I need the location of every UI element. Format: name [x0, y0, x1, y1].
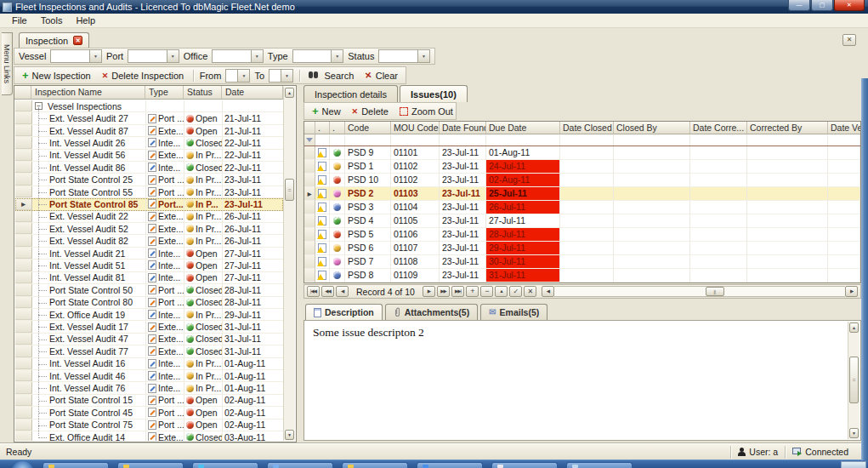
system-tray[interactable]: [841, 461, 866, 468]
tree-row[interactable]: Int. Vessel Audit 51Inte...Open27-Jul-11: [15, 260, 283, 271]
tab-strip-close-button[interactable]: ✕: [842, 34, 856, 46]
new-issue-button[interactable]: + New: [309, 106, 344, 117]
nav-cancel-button[interactable]: ✕: [524, 286, 536, 297]
row-selector[interactable]: [15, 345, 32, 357]
row-selector[interactable]: [304, 269, 315, 283]
issues-column-header[interactable]: Due Date: [486, 122, 560, 134]
tree-row[interactable]: Int. Vessel Audit 86Inte...✓Closed22-Jul…: [15, 162, 283, 174]
chevron-down-icon[interactable]: ▼: [89, 50, 101, 62]
collapse-icon[interactable]: −: [35, 102, 43, 110]
scroll-up-icon[interactable]: ▲: [849, 322, 859, 333]
panel-splitter[interactable]: [297, 85, 304, 442]
row-selector[interactable]: [15, 321, 32, 332]
row-selector[interactable]: [304, 146, 315, 160]
row-selector[interactable]: [15, 272, 32, 283]
taskbar-button[interactable]: [267, 462, 333, 468]
chevron-down-icon[interactable]: ▼: [167, 50, 179, 62]
row-selector[interactable]: [15, 100, 32, 111]
row-selector[interactable]: [15, 150, 32, 161]
filter-combo-office[interactable]: ▼: [212, 49, 264, 63]
row-selector[interactable]: [15, 431, 32, 441]
tree-row[interactable]: Int. Vessel Audit 46Inte...In Pr...01-Au…: [15, 370, 283, 382]
issue-row[interactable]: ▶PSD 20110323-Jul-1125-Jul-11: [304, 187, 860, 201]
row-selector[interactable]: [15, 186, 32, 197]
tree-row[interactable]: Ext. Vessel Audit 52Exte...In Pr...26-Ju…: [15, 223, 283, 235]
row-selector[interactable]: [15, 407, 32, 418]
nav-insert-button[interactable]: +: [466, 286, 479, 297]
tree-scroll-thumb[interactable]: =: [285, 179, 294, 201]
row-selector[interactable]: [304, 201, 315, 214]
taskbar-button[interactable]: [117, 462, 184, 468]
nav-last-button[interactable]: ▶▶|: [451, 286, 464, 297]
maximize-button[interactable]: ▢: [811, 0, 833, 11]
tree-row[interactable]: Int. Vessel Audit 21Inte...Open27-Jul-11: [15, 248, 283, 260]
nav-prior-button[interactable]: ◀: [336, 286, 349, 297]
tree-row[interactable]: Ext. Office Audit 19Inte...In Pr...29-Ju…: [15, 309, 283, 321]
zoom-out-button[interactable]: Zoom Out: [396, 106, 457, 117]
tab-attachments[interactable]: Attachments(5): [385, 304, 478, 320]
nav-post-button[interactable]: ✓: [509, 286, 522, 297]
issues-column-header[interactable]: Closed By: [614, 122, 690, 134]
menu-file[interactable]: File: [5, 14, 34, 26]
new-inspection-button[interactable]: + New Ispection: [19, 70, 94, 82]
tree-column-header[interactable]: Type: [145, 86, 184, 100]
scroll-right-icon[interactable]: ▶: [845, 286, 858, 297]
row-selector[interactable]: [15, 174, 32, 185]
tree-row[interactable]: Int. Vessel Audit 16Inte...In Pr...01-Au…: [15, 358, 283, 370]
tree-row[interactable]: Ext. Vessel Audit 17Exte...✓Closed31-Jul…: [15, 321, 283, 333]
issues-column-header[interactable]: MOU Code▲: [391, 122, 440, 134]
tree-row[interactable]: Ext. Office Audit 14Exte...✓Closed03-Aug…: [15, 431, 283, 441]
issues-column-header[interactable]: Date Found: [440, 122, 486, 134]
issues-column-header[interactable]: .: [330, 122, 345, 134]
nav-prior-page-button[interactable]: ◀◀: [321, 286, 334, 297]
issue-row[interactable]: PSD 80110923-Jul-1131-Jul-11: [304, 269, 860, 283]
tree-row[interactable]: Ext. Vessel Audit 82Exte...In Pr...26-Ju…: [15, 235, 283, 247]
row-selector[interactable]: [15, 137, 32, 148]
tree-row[interactable]: Ext. Vessel Audit 87Exte...Open21-Jul-11: [15, 125, 283, 137]
chevron-down-icon[interactable]: ▼: [251, 50, 263, 62]
row-selector[interactable]: ▶: [304, 187, 315, 201]
tab-inspection-details[interactable]: Inspection details: [304, 85, 398, 102]
row-selector[interactable]: [15, 248, 32, 259]
row-selector[interactable]: [304, 160, 315, 174]
hscroll-thumb[interactable]: ‖: [706, 287, 724, 296]
tree-row[interactable]: Ext. Vessel Audit 27Port ...Open21-Jul-1…: [15, 112, 283, 124]
issue-row[interactable]: PSD 50110623-Jul-1128-Jul-11: [304, 228, 860, 242]
chevron-down-icon[interactable]: ▼: [281, 70, 292, 82]
menu-links-tab[interactable]: Menu Links: [2, 32, 13, 95]
chevron-down-icon[interactable]: ▼: [331, 50, 343, 62]
filter-combo-type[interactable]: ▼: [292, 49, 344, 63]
close-button[interactable]: ✕: [834, 0, 865, 11]
scroll-up-icon[interactable]: ▲: [285, 88, 294, 98]
taskbar-button[interactable]: [43, 462, 109, 468]
taskbar-button[interactable]: [491, 462, 558, 468]
filter-combo-vessel[interactable]: ▼: [50, 49, 102, 63]
issues-column-header[interactable]: Date Veri...: [828, 122, 860, 134]
issues-column-header[interactable]: Date Closed: [560, 122, 614, 134]
tree-row[interactable]: ▶Port State Control 85Port...In P...23-J…: [15, 198, 283, 210]
tree-row[interactable]: Int. Vessel Audit 76Inte...In Pr...01-Au…: [15, 382, 283, 394]
grid-horizontal-scrollbar[interactable]: ◀ ‖ ▶: [542, 286, 858, 297]
tree-row[interactable]: Port State Control 75Port ...Open02-Aug-…: [15, 419, 283, 431]
tab-inspection[interactable]: Inspection ✕: [19, 32, 89, 48]
taskbar-button[interactable]: [192, 462, 258, 468]
tree-row[interactable]: Port State Control 25Port ...In Pr...23-…: [15, 174, 283, 185]
row-selector[interactable]: [304, 255, 315, 269]
issues-filter-row[interactable]: [304, 134, 860, 146]
menu-help[interactable]: Help: [69, 14, 102, 26]
issue-row[interactable]: ✓PSD 90110123-Jul-1101-Aug-11: [304, 146, 860, 160]
delete-inspection-button[interactable]: ✕ Delete Inspection: [99, 70, 188, 82]
chevron-down-icon[interactable]: ▼: [237, 70, 249, 82]
row-selector[interactable]: [15, 370, 32, 381]
issue-row[interactable]: PSD 60110723-Jul-1129-Jul-11: [304, 242, 860, 255]
clear-button[interactable]: ✕ Clear: [361, 70, 401, 82]
tab-issues[interactable]: Issues(10): [400, 85, 468, 102]
tree-row[interactable]: Port State Control 80Port ...✓Closed28-J…: [15, 297, 283, 309]
to-date-combo[interactable]: ▼: [269, 69, 293, 83]
scroll-down-icon[interactable]: ▼: [849, 428, 859, 438]
start-button[interactable]: [11, 461, 34, 468]
search-button[interactable]: Search: [305, 70, 357, 82]
description-scroll-thumb[interactable]: =: [849, 357, 859, 403]
issue-row[interactable]: PSD 30110423-Jul-1126-Jul-11: [304, 201, 860, 214]
tree-row[interactable]: Port State Control 15Port ...Open02-Aug-…: [15, 395, 283, 407]
